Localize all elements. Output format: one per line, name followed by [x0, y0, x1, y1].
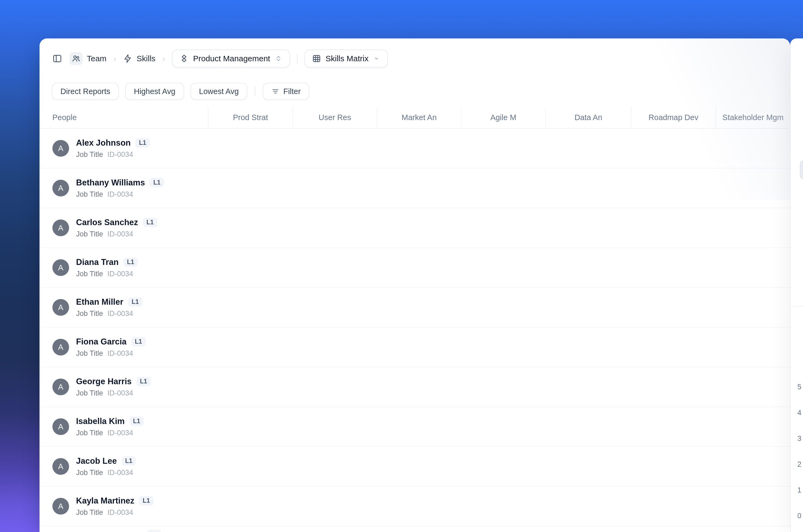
layers-icon — [179, 54, 189, 63]
avatar: A — [52, 458, 69, 475]
job-title: Job Title — [76, 349, 103, 358]
column-header-people: People — [39, 107, 208, 128]
breadcrumb: Team › Skills › Product Management Skill… — [52, 50, 790, 68]
chart-axis-label: 3 — [791, 435, 801, 443]
filter-button[interactable]: Filter — [263, 83, 309, 100]
job-title: Job Title — [76, 508, 103, 517]
filter-chip-highest-avg[interactable]: Highest Avg — [125, 83, 184, 100]
level-badge: L1 — [139, 496, 153, 506]
avatar: A — [52, 379, 69, 395]
person-id: ID-0034 — [108, 508, 133, 517]
column-header-data-an: Data An — [545, 107, 631, 128]
job-title: Job Title — [76, 190, 103, 198]
person-name: Isabella Kim — [76, 416, 125, 426]
person-name: Alex Johnson — [76, 138, 131, 148]
column-header-prod-strat: Prod Strat — [208, 107, 292, 128]
column-header-stakeholder-mgm: Stakeholder Mgm — [715, 107, 790, 128]
person-name: Jacob Lee — [76, 456, 117, 466]
table-row[interactable]: AAlex JohnsonL1Job TitleID-0034 — [39, 129, 790, 169]
table-grid-icon — [312, 54, 321, 63]
column-header-user-res: User Res — [292, 107, 377, 128]
person-id: ID-0034 — [108, 190, 133, 198]
view-selector[interactable]: Skills Matrix — [305, 50, 388, 68]
chart-axis-label: 0 — [791, 512, 801, 520]
level-badge: L1 — [147, 530, 161, 532]
table-row[interactable]: AL1 — [39, 526, 790, 532]
person-cell: AIsabella KimL1Job TitleID-0034 — [39, 407, 208, 446]
breadcrumb-skills[interactable]: Skills — [123, 54, 155, 63]
person-name: George Harris — [76, 377, 132, 386]
person-name: Carlos Sanchez — [76, 217, 138, 227]
job-title: Job Title — [76, 230, 103, 238]
breadcrumb-team[interactable]: Team — [70, 52, 107, 65]
level-badge: L1 — [122, 456, 136, 466]
person-cell: AL1 — [39, 526, 208, 532]
chevron-down-icon — [373, 55, 380, 62]
level-badge: L1 — [130, 416, 144, 426]
project-selector[interactable]: Product Management — [172, 50, 290, 68]
person-name: Kayla Martinez — [76, 496, 134, 506]
filter-chip-direct-reports[interactable]: Direct Reports — [52, 83, 119, 100]
table-header: People Prod StratUser ResMarket AnAgile … — [39, 107, 790, 129]
avatar: A — [52, 220, 69, 236]
person-cell: AGeorge HarrisL1Job TitleID-0034 — [39, 367, 208, 406]
person-cell: AAlex JohnsonL1Job TitleID-0034 — [39, 129, 208, 168]
adjacent-chart-panel: 543210 — [790, 38, 803, 532]
level-badge: L1 — [123, 258, 138, 267]
table-row[interactable]: ACarlos SanchezL1Job TitleID-0034 — [39, 208, 790, 248]
level-badge: L1 — [135, 138, 150, 148]
view-selector-label: Skills Matrix — [325, 54, 368, 63]
table-row[interactable]: ABethany WilliamsL1Job TitleID-0034 — [39, 169, 790, 208]
avatar: A — [52, 140, 69, 157]
column-header-roadmap-dev: Roadmap Dev — [631, 107, 715, 128]
table-row[interactable]: AJacob LeeL1Job TitleID-0034 — [39, 447, 790, 487]
table-row[interactable]: AIsabella KimL1Job TitleID-0034 — [39, 407, 790, 447]
table-row[interactable]: AGeorge HarrisL1Job TitleID-0034 — [39, 367, 790, 407]
person-cell: AJacob LeeL1Job TitleID-0034 — [39, 447, 208, 486]
filter-chip-lowest-avg[interactable]: Lowest Avg — [191, 83, 248, 100]
table-body: AAlex JohnsonL1Job TitleID-0034ABethany … — [39, 129, 790, 532]
table-row[interactable]: ADiana TranL1Job TitleID-0034 — [39, 248, 790, 288]
avatar: A — [52, 339, 69, 356]
person-id: ID-0034 — [108, 429, 133, 437]
sidebar-toggle-icon[interactable] — [52, 54, 63, 63]
person-name: Bethany Williams — [76, 178, 145, 188]
table-row[interactable]: AEthan MillerL1Job TitleID-0034 — [39, 288, 790, 327]
person-name: Fiona Garcia — [76, 337, 127, 347]
person-cell: ADiana TranL1Job TitleID-0034 — [39, 248, 208, 287]
avatar: A — [52, 180, 69, 196]
person-cell: AEthan MillerL1Job TitleID-0034 — [39, 288, 208, 327]
job-title: Job Title — [76, 469, 103, 477]
person-id: ID-0034 — [108, 150, 133, 159]
column-header-agile-m: Agile M — [461, 107, 545, 128]
person-cell: AFiona GarciaL1Job TitleID-0034 — [39, 327, 208, 367]
avatar: A — [52, 299, 69, 316]
breadcrumb-skills-label: Skills — [136, 54, 155, 63]
breadcrumb-separator: › — [113, 54, 116, 63]
person-cell: ABethany WilliamsL1Job TitleID-0034 — [39, 169, 208, 208]
level-badge: L1 — [128, 297, 142, 307]
person-id: ID-0034 — [108, 270, 133, 278]
table-row[interactable]: AKayla MartinezL1Job TitleID-0034 — [39, 487, 790, 526]
filter-toolbar: Direct ReportsHighest AvgLowest Avg Filt… — [52, 82, 790, 100]
skills-matrix-card: Team › Skills › Product Management Skill… — [39, 38, 790, 532]
panel-button[interactable] — [800, 160, 803, 179]
filter-button-label: Filter — [283, 87, 301, 96]
table-row[interactable]: AFiona GarciaL1Job TitleID-0034 — [39, 327, 790, 367]
project-selector-label: Product Management — [193, 54, 270, 63]
chart-axis-label: 4 — [791, 409, 801, 417]
person-name: Diana Tran — [76, 258, 119, 267]
person-id: ID-0034 — [108, 389, 133, 397]
person-id: ID-0034 — [108, 309, 133, 318]
job-title: Job Title — [76, 150, 103, 159]
breadcrumb-separator: › — [162, 54, 165, 63]
job-title: Job Title — [76, 270, 103, 278]
filter-icon — [271, 87, 280, 95]
panel-divider — [791, 306, 803, 307]
chart-axis-label: 5 — [791, 383, 801, 391]
avatar: A — [52, 418, 69, 435]
person-id: ID-0034 — [108, 230, 133, 238]
person-id: ID-0034 — [108, 469, 133, 477]
lightning-icon — [123, 54, 132, 63]
job-title: Job Title — [76, 389, 103, 397]
